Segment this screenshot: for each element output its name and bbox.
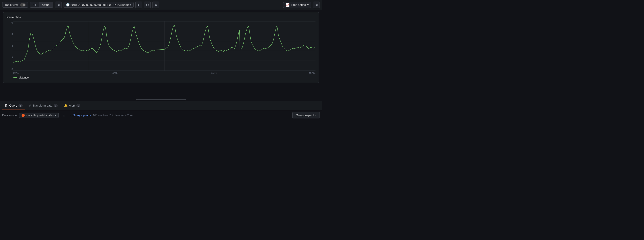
tab-query[interactable]: 🗄 Query 1: [2, 102, 25, 109]
transform-icon: ⇄: [29, 104, 32, 107]
time-series-icon: 📈: [286, 3, 290, 7]
query-options-label: Query options: [72, 113, 91, 117]
x-label-0209: 02/09: [112, 72, 118, 74]
zoom-out-icon: ⊖: [146, 3, 149, 7]
info-button[interactable]: ℹ: [61, 112, 67, 118]
info-icon: ℹ: [63, 113, 65, 117]
tab-query-badge: 1: [18, 104, 22, 107]
x-label-0211: 02/11: [210, 72, 217, 74]
clock-icon: 🕐: [66, 3, 70, 6]
refresh-icon: ↻: [154, 3, 158, 7]
next-button[interactable]: ▶: [136, 1, 142, 8]
datasource-chevron: ▾: [55, 114, 56, 117]
next-icon: ▶: [138, 3, 140, 6]
status-bar: Data source questdb-questdb-datas ▾ ℹ › …: [0, 110, 322, 120]
tab-transform-badge: 0: [54, 104, 58, 107]
query-inspector-button[interactable]: Query inspector: [292, 112, 320, 118]
top-toolbar: Table view Fill Actual ◀ 🕐 2018-02-07 00…: [0, 0, 322, 10]
query-db-icon: 🗄: [5, 104, 8, 107]
legend-label: distance: [19, 76, 29, 79]
tab-transform[interactable]: ⇄ Transform data 0: [26, 102, 61, 109]
fill-actual-group: Fill Actual: [30, 2, 53, 8]
datasource-icon: [22, 114, 25, 117]
refresh-button[interactable]: ↻: [152, 1, 159, 8]
chevron-right-icon: ›: [70, 114, 70, 117]
chart-svg: [13, 21, 316, 71]
chart-wrapper: Panel Title 6 5 4 3 2: [0, 10, 322, 98]
scroll-indicator: [0, 98, 322, 101]
collapse-right-button[interactable]: ◀: [313, 1, 320, 8]
x-label-0213: 02/13: [309, 72, 316, 74]
tab-alert-label: Alert: [69, 104, 75, 107]
bottom-tabs: 🗄 Query 1 ⇄ Transform data 0 🔔 Alert 0: [0, 101, 322, 110]
tab-alert[interactable]: 🔔 Alert 0: [61, 102, 83, 109]
chevron-down-icon: ▾: [130, 3, 131, 6]
datasource-label: Data source: [2, 114, 17, 117]
prev-icon: ◀: [57, 3, 60, 6]
y-axis: 6 5 4 3 2: [6, 21, 13, 71]
fill-button[interactable]: Fill: [30, 2, 39, 7]
legend-line-color: [13, 77, 17, 78]
y-label-6: 6: [12, 21, 13, 24]
table-view-switch[interactable]: [20, 3, 26, 6]
x-axis-labels: 02/07 02/09 02/11 02/13: [13, 71, 316, 74]
collapse-icon: ◀: [315, 3, 318, 6]
scroll-thumb[interactable]: [136, 99, 186, 100]
chart-area: 6 5 4 3 2: [13, 21, 316, 80]
y-label-4: 4: [12, 44, 13, 47]
time-series-chevron: ▾: [307, 3, 309, 6]
visualization-type-button[interactable]: 📈 Time series ▾: [283, 2, 311, 8]
panel-title: Panel Title: [6, 15, 316, 19]
time-range-selector[interactable]: 🕐 2018-02-07 00:00:00 to 2018-02-14 23:5…: [64, 2, 134, 8]
prev-button[interactable]: ◀: [55, 1, 62, 8]
y-label-5: 5: [12, 33, 13, 36]
panel-wrapper: Panel Title 6 5 4 3 2: [3, 12, 319, 83]
table-view-toggle[interactable]: Table view: [2, 2, 28, 8]
interval-info: Interval = 20m: [116, 114, 132, 117]
y-label-3: 3: [12, 56, 13, 59]
datasource-selector[interactable]: questdb-questdb-datas ▾: [19, 113, 59, 118]
tab-transform-label: Transform data: [33, 104, 52, 107]
zoom-out-button[interactable]: ⊖: [144, 1, 151, 8]
main-content: Panel Title 6 5 4 3 2: [0, 10, 322, 120]
tab-query-label: Query: [9, 104, 17, 107]
time-series-label: Time series: [291, 3, 306, 6]
tab-alert-badge: 0: [76, 104, 80, 107]
alert-bell-icon: 🔔: [64, 104, 68, 107]
datasource-name: questdb-questdb-datas: [26, 114, 54, 117]
table-view-label: Table view: [5, 3, 18, 6]
x-label-0207: 02/07: [13, 72, 20, 74]
actual-button[interactable]: Actual: [39, 2, 53, 7]
md-info: MD = auto = 617: [93, 114, 113, 117]
y-label-2: 2: [12, 67, 13, 70]
query-options-button[interactable]: Query options: [72, 113, 91, 117]
time-range-text: 2018-02-07 00:00:00 to 2018-02-14 23:59:…: [70, 3, 129, 6]
chart-legend: distance: [13, 76, 316, 79]
